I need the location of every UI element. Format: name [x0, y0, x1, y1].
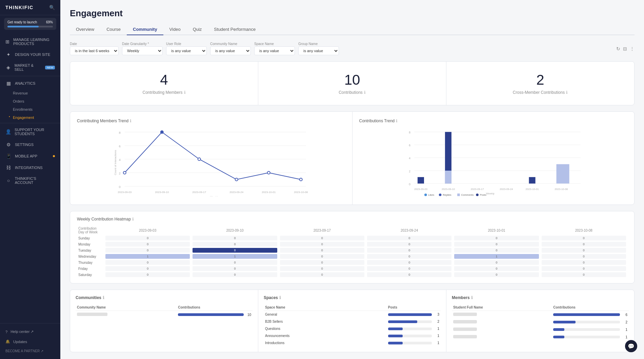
svg-text:6: 6: [119, 145, 121, 148]
updates-link[interactable]: 🔔 Updates: [0, 337, 60, 346]
launch-label: Get ready to launch: [7, 20, 37, 24]
heatmap-day: Monday: [77, 241, 104, 247]
sidebar-item-support[interactable]: 👤 SUPPORT YOUR STUDENTS: [0, 125, 60, 139]
contributions-info[interactable]: ℹ: [364, 90, 366, 95]
enrollments-label: Enrollments: [13, 107, 33, 111]
space-bar-cell: 3: [387, 311, 441, 318]
svg-point-13: [198, 158, 201, 161]
integrations-icon: ⛓: [5, 165, 12, 170]
community-select[interactable]: is any value: [210, 46, 251, 55]
heatmap-cell: 0: [104, 259, 191, 266]
space-bar-cell: 2: [387, 318, 441, 325]
spaces-info[interactable]: ℹ: [279, 295, 281, 300]
sidebar-item-settings[interactable]: ⚙ SETTINGS: [0, 139, 60, 150]
group-select[interactable]: is any value: [298, 46, 339, 55]
contributing-trend-panel: Contributing Members Trend ℹ 8 6 4 2 0 C…: [70, 112, 353, 205]
settings-icon: ⚙: [5, 142, 12, 147]
refresh-icon[interactable]: ↻: [616, 46, 620, 51]
mobile-label: MOBILE APP: [15, 154, 37, 158]
sidebar-item-market[interactable]: ◈ MARKET & SELL NEW: [0, 60, 60, 75]
sidebar-sub-engagement[interactable]: Engagement: [0, 113, 60, 122]
settings-label: SETTINGS: [15, 143, 34, 147]
integrations-label: INTEGRATIONS: [15, 166, 43, 170]
member-bar-cell: 6: [552, 311, 629, 319]
contributions-trend-info[interactable]: ℹ: [396, 119, 398, 123]
table-row: Introductions1: [264, 339, 441, 346]
heatmap-cell: 1: [453, 253, 540, 259]
svg-point-46: [424, 193, 427, 196]
tab-video[interactable]: Video: [163, 24, 187, 35]
tab-course[interactable]: Course: [100, 24, 127, 35]
updates-label: Updates: [13, 340, 27, 344]
heatmap-cell: 0: [191, 266, 278, 272]
heatmap-info[interactable]: ℹ: [132, 217, 134, 221]
help-center-link[interactable]: ? Help center ↗: [0, 327, 60, 337]
contributing-members-value: 4: [78, 72, 250, 88]
page-title: Engagement: [70, 8, 635, 19]
contributing-trend-chart: 8 6 4 2 0 Count of Interactions: [77, 129, 345, 196]
member-name: [452, 311, 552, 319]
space-select[interactable]: is any value: [254, 46, 295, 55]
sidebar-item-integrations[interactable]: ⛓ INTEGRATIONS: [0, 162, 60, 173]
tab-community[interactable]: Community: [127, 24, 163, 35]
sidebar-nav: ⊞ MANAGE LEARNING PRODUCTS ✦ DESIGN YOUR…: [0, 33, 60, 323]
svg-text:0: 0: [119, 185, 121, 189]
sidebar-item-account[interactable]: ○ THINKIFIC'S ACCOUNT: [0, 173, 60, 188]
filter-icon[interactable]: ⊟: [623, 46, 627, 51]
tab-overview[interactable]: Overview: [70, 24, 100, 35]
space-bar-cell: 1: [387, 325, 441, 332]
member-bar-cell: 1: [552, 333, 629, 341]
new-badge: NEW: [45, 66, 55, 69]
heatmap-cell: 0: [279, 247, 366, 253]
sidebar-sub-enrollments[interactable]: Enrollments: [0, 105, 60, 113]
date-select[interactable]: is in the last 6 weeks: [70, 46, 119, 55]
sidebar-item-mobile[interactable]: 📱 MOBILE APP: [0, 150, 60, 162]
partner-link[interactable]: BECOME A PARTNER ↗: [0, 346, 60, 356]
help-icon: ?: [5, 330, 7, 334]
svg-point-52: [476, 193, 479, 196]
heatmap-cell: 0: [540, 259, 627, 266]
mobile-dot: [53, 155, 55, 157]
space-name: Questions: [264, 325, 387, 332]
members-col-name: Student Full Name: [452, 304, 552, 311]
heatmap-cell: 0: [453, 235, 540, 241]
cross-member-label: Cross-Member Contributions ℹ: [455, 90, 626, 95]
svg-point-12: [161, 131, 163, 133]
group-filter: Group Name is any value: [298, 42, 339, 55]
market-icon: ◈: [5, 65, 11, 70]
sidebar-sub-revenue[interactable]: Revenue: [0, 89, 60, 97]
sidebar-item-analytics[interactable]: ▦ ANALYTICS: [0, 78, 60, 89]
tab-student-performance[interactable]: Student Performance: [208, 24, 262, 35]
heatmap-cell: 0: [366, 253, 453, 259]
launch-bar[interactable]: Get ready to launch 69%: [4, 18, 56, 30]
partner-label: BECOME A PARTNER ↗: [5, 349, 43, 353]
sidebar-item-manage[interactable]: ⊞ MANAGE LEARNING PRODUCTS: [0, 35, 60, 49]
sidebar-item-design[interactable]: ✦ DESIGN YOUR SITE: [0, 49, 60, 60]
more-icon[interactable]: ⋮: [630, 46, 635, 51]
engagement-label: Engagement: [13, 115, 34, 120]
user-role-select[interactable]: is any value: [166, 46, 207, 55]
svg-text:2023-09-10: 2023-09-10: [441, 188, 455, 191]
search-icon[interactable]: 🔍: [49, 5, 55, 10]
group-label: Group Name: [298, 42, 339, 46]
members-info[interactable]: ℹ: [471, 295, 473, 300]
svg-rect-38: [556, 164, 569, 184]
chat-bubble[interactable]: 💬: [625, 340, 637, 352]
members-table: Members ℹ Student Full Name Contribution…: [446, 290, 634, 352]
granularity-select[interactable]: Weekly Daily Monthly: [122, 46, 163, 55]
heatmap-col-w1: 2023-09-03: [104, 226, 191, 235]
community-bar-cell: 10: [177, 311, 253, 319]
space-name: Announcements: [264, 332, 387, 339]
heatmap-day: Saturday: [77, 272, 104, 278]
heatmap-col-w4: 2023-09-24: [366, 226, 453, 235]
launch-fill: [7, 26, 39, 27]
table-row: 1: [452, 333, 629, 341]
communities-col-name: Community Name: [76, 304, 177, 311]
sidebar-sub-orders[interactable]: Orders: [0, 97, 60, 105]
tab-quiz[interactable]: Quiz: [187, 24, 208, 35]
contributing-members-info[interactable]: ℹ: [184, 90, 186, 95]
communities-info[interactable]: ℹ: [103, 295, 104, 300]
svg-rect-36: [445, 171, 451, 184]
cross-member-info[interactable]: ℹ: [566, 90, 568, 95]
contributing-trend-info[interactable]: ℹ: [130, 119, 132, 123]
